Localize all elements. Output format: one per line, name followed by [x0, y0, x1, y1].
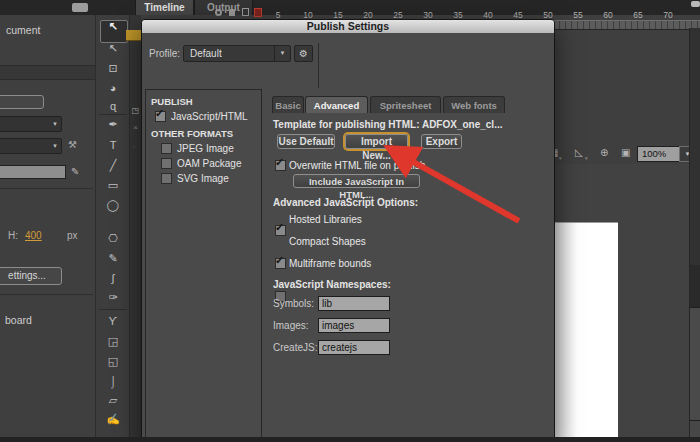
selection-tool-icon[interactable]: ↖ — [96, 19, 130, 33]
oval-tool-icon[interactable]: ◯ — [96, 198, 130, 212]
edit-pencil-icon[interactable]: ✎ — [71, 166, 79, 177]
paint-bucket-tool-icon[interactable]: ◲ — [96, 334, 130, 348]
pencil-tool-icon[interactable]: ✎ — [96, 251, 130, 265]
section-header-other-formats: OTHER FORMATS — [151, 128, 261, 139]
stage-canvas[interactable] — [554, 222, 618, 438]
document-label: cument — [6, 24, 40, 36]
corner-snap-icon[interactable]: ◺ — [575, 147, 583, 158]
properties-dropdown-1[interactable]: ▼ — [0, 116, 62, 132]
use-default-button[interactable]: Use Default — [277, 134, 335, 149]
chevron-down-icon: ▼ — [52, 139, 58, 153]
svg-image-checkbox[interactable] — [161, 173, 172, 184]
javascript-html-checkbox[interactable] — [155, 111, 166, 122]
properties-dropdown-2[interactable]: ▼ — [0, 138, 62, 154]
pen-tool-icon[interactable]: ✒ — [96, 117, 130, 131]
format-row-jpeg-image[interactable]: JPEG Image — [161, 143, 261, 154]
properties-section-header[interactable] — [0, 65, 95, 80]
center-stage-icon[interactable]: ⊕ — [600, 147, 608, 158]
visibility-eye-icon[interactable] — [215, 9, 222, 16]
panel-close-icon[interactable]: × — [130, 123, 141, 132]
profile-value: Default — [190, 46, 222, 61]
zoom-level-input[interactable]: 100% — [637, 146, 683, 162]
properties-small-button[interactable] — [0, 95, 44, 109]
format-row-javascript-html[interactable]: JavaScript/HTML — [155, 111, 261, 122]
line-tool-icon[interactable]: ╱ — [96, 158, 130, 172]
properties-text-input[interactable] — [0, 165, 66, 179]
include-javascript-button[interactable]: Include JavaScript In HTML... — [293, 174, 420, 188]
svg-image-label: SVG Image — [177, 173, 229, 184]
panel-page-icon[interactable]: ◳ — [130, 106, 141, 115]
rectangle-tool-icon[interactable]: ▭ — [96, 178, 130, 192]
divider — [99, 309, 127, 310]
flash-workspace: TimelineOutput 5101520253035404550556065… — [0, 0, 700, 442]
panel-options-button[interactable] — [691, 1, 700, 7]
flyout-arrow-icon: ▾ — [559, 155, 562, 161]
ruler-number: 65 — [633, 10, 642, 20]
overwrite-html-checkbox[interactable] — [275, 160, 286, 171]
lasso-tool-icon[interactable]: ɋ — [96, 99, 130, 113]
right-panel-edge — [689, 420, 700, 437]
symbols-label: Symbols: — [273, 298, 314, 309]
panel-menu-button[interactable] — [72, 3, 88, 12]
wrench-icon[interactable]: ⚒ — [68, 139, 77, 150]
ruler-number: 60 — [603, 10, 612, 20]
divider — [318, 43, 319, 88]
timeline-tick-strip[interactable] — [553, 20, 700, 30]
selected-frame-icon[interactable] — [254, 8, 262, 17]
tab-basic[interactable]: Basic — [272, 96, 304, 113]
images-label: Images: — [273, 320, 309, 331]
publish-settings-button[interactable]: ettings... — [0, 267, 62, 285]
format-row-svg-image[interactable]: SVG Image — [161, 173, 261, 184]
clip-bounds-icon[interactable]: ▣ — [621, 147, 630, 158]
top-strip — [255, 0, 700, 8]
polystar-tool-icon[interactable]: ⎔ — [96, 231, 130, 245]
namespaces-header: JavaScript Namespaces: — [273, 279, 391, 290]
compact-shapes-checkbox[interactable] — [275, 258, 286, 269]
format-row-oam-package[interactable]: OAM Package — [161, 158, 261, 169]
tools-panel: ↖↖⊡◕ɋ✒T╱▭◯⎔✎ʃ✑Ƴ◲◱⌡▱✍ — [95, 15, 130, 442]
width-tool-icon[interactable]: ✑ — [96, 290, 130, 304]
hosted-libraries-label: Hosted Libraries — [289, 214, 362, 225]
lock-icon[interactable] — [229, 9, 235, 16]
text-tool-icon[interactable]: T — [96, 138, 130, 152]
createjs-label: CreateJS: — [273, 342, 317, 353]
subselection-tool-icon[interactable]: ↖ — [96, 41, 130, 55]
hand-tool-icon[interactable]: ✍ — [96, 412, 130, 426]
tab-web-fonts[interactable]: Web fonts — [443, 96, 505, 113]
tab-timeline[interactable]: Timeline — [135, 0, 194, 15]
compact-shapes-label: Compact Shapes — [289, 236, 366, 247]
eyedropper-tool-icon[interactable]: ⌡ — [96, 374, 130, 388]
symbols-input[interactable]: lib — [318, 296, 390, 311]
advanced-options-header: Advanced JavaScript Options: — [273, 197, 418, 208]
publish-settings-dialog: Publish Settings Profile: Default ▼ ⚙ PU… — [141, 19, 555, 442]
height-label: H: — [8, 230, 18, 241]
free-transform-tool-icon[interactable]: ⊡ — [96, 61, 130, 75]
divider — [99, 114, 127, 115]
import-new-button[interactable]: Import New... — [345, 134, 408, 149]
panel-back-icon[interactable]: ← — [130, 141, 141, 150]
createjs-input[interactable]: createjs — [318, 340, 390, 355]
oam-package-checkbox[interactable] — [161, 158, 172, 169]
jpeg-image-checkbox[interactable] — [161, 143, 172, 154]
section-header-publish: PUBLISH — [151, 96, 261, 107]
images-input[interactable]: images — [318, 318, 390, 333]
rotation-tool-icon[interactable]: ◕ — [96, 81, 130, 95]
right-panel-edge — [689, 265, 700, 307]
gear-icon: ⚙ — [299, 48, 308, 59]
profile-dropdown[interactable]: Default ▼ — [183, 45, 291, 62]
ink-bottle-tool-icon[interactable]: ◱ — [96, 354, 130, 368]
bone-tool-icon[interactable]: Ƴ — [96, 314, 130, 328]
template-label: Template for publishing HTML: — [273, 119, 419, 130]
outline-box-icon[interactable] — [242, 8, 249, 16]
oam-package-label: OAM Package — [177, 158, 241, 169]
collapsed-panel-strip: ◳×← — [130, 15, 141, 442]
dialog-title[interactable]: Publish Settings — [142, 20, 554, 33]
hosted-libraries-checkbox[interactable] — [275, 225, 286, 236]
export-button[interactable]: Export — [421, 134, 462, 149]
eraser-tool-icon[interactable]: ▱ — [96, 393, 130, 407]
height-value[interactable]: 400 — [25, 230, 42, 241]
profile-options-button[interactable]: ⚙ — [294, 45, 313, 62]
brush-tool-icon[interactable]: ʃ — [96, 271, 130, 285]
tab-advanced[interactable]: Advanced — [305, 96, 368, 113]
tab-spritesheet[interactable]: Spritesheet — [370, 96, 441, 113]
